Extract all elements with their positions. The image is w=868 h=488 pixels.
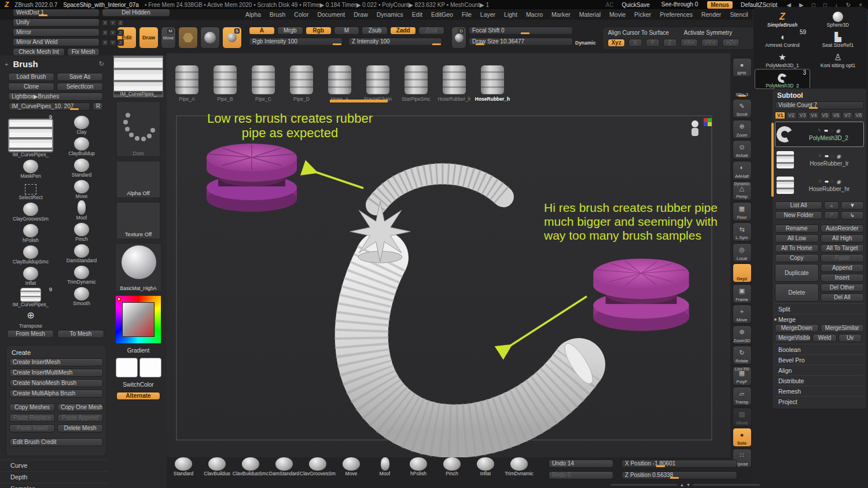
insert-mesh-variant[interactable]: HoseRubber_h: [473, 54, 512, 104]
menu-item[interactable]: Macro: [526, 11, 543, 18]
menu-item[interactable]: Picker: [634, 11, 651, 18]
shelf-button[interactable]: ⊕ Zoom3D: [733, 325, 752, 344]
current-texture-selector[interactable]: Texture Off: [116, 202, 160, 239]
tray-brush[interactable]: Moof: [368, 457, 402, 479]
unify-axes[interactable]: XYZ: [102, 20, 124, 26]
low-res-rubber-pipe-model[interactable]: [207, 144, 297, 212]
shelf-button[interactable]: ▣ Frame: [733, 284, 752, 303]
brush-thumbnail[interactable]: Pinch: [58, 221, 105, 242]
lightbox-brushes-button[interactable]: Lightbox▶Brushes: [8, 93, 103, 101]
brush-thumbnail[interactable]: ⊕ Transpose: [7, 307, 54, 329]
switch-color-button[interactable]: SwitchColor: [123, 381, 153, 388]
axis-toggle[interactable]: Z: [117, 39, 124, 46]
symmetry-axis-toggle[interactable]: >Y<: [701, 39, 719, 47]
unify-button[interactable]: Unify: [13, 19, 100, 27]
current-stroke-selector[interactable]: Dots: [116, 101, 160, 157]
visibility-tab[interactable]: V3: [797, 112, 808, 119]
symmetry-axis-toggle[interactable]: Z: [663, 39, 677, 47]
camera-widget[interactable]: [692, 118, 712, 136]
delete-mesh-button[interactable]: Delete Mesh: [57, 424, 103, 432]
axis-toggle[interactable]: Y: [109, 30, 116, 36]
current-material-selector[interactable]: BasicMat_HighA: [115, 243, 161, 292]
welddist-slider[interactable]: WeldDist 1: [13, 9, 100, 17]
to-mesh-button[interactable]: To Mesh: [57, 330, 104, 338]
focal-shift-slider[interactable]: Focal Shift 0: [469, 27, 573, 35]
r-button[interactable]: R: [93, 102, 103, 111]
shelf-button[interactable]: Line Fill ▦ PolyF: [733, 366, 752, 386]
tray-brush[interactable]: Pinch: [435, 457, 469, 479]
brush-thumbnail[interactable]: Move: [58, 178, 105, 199]
del-other-button[interactable]: Del Other: [821, 284, 865, 292]
insert-mesh-variant[interactable]: Pipe_D: [282, 54, 321, 104]
tray-brush[interactable]: Inflat: [469, 457, 502, 479]
insert-mesh-variant[interactable]: HoseRubber_lr: [435, 54, 473, 104]
toggle-pill-icon[interactable]: ●●: [825, 153, 828, 159]
channel-toggle[interactable]: Mrgb: [277, 27, 303, 35]
draw-size-slider[interactable]: Draw Size 10.36477: [469, 38, 573, 46]
remesh-section-header[interactable]: Remesh: [775, 386, 864, 396]
shelf-button[interactable]: Gxyz: [733, 263, 752, 282]
tool-slot[interactable]: 59 ◖ Armrest Control: [755, 28, 810, 49]
tool-slot[interactable]: ▙ Seat SizeRef1: [810, 28, 866, 49]
duplicate-button[interactable]: Duplicate: [775, 264, 819, 282]
boolean-section-header[interactable]: Boolean: [775, 344, 864, 354]
menu-item[interactable]: Document: [317, 11, 345, 18]
axis-toggle[interactable]: Z: [117, 30, 124, 36]
brush-thumbnail[interactable]: 9 IM_CurvePipes_: [7, 113, 54, 157]
paste-append-button[interactable]: Paste Append: [57, 414, 103, 422]
channel-toggle[interactable]: M: [334, 27, 360, 35]
select-icon-button[interactable]: SelectIcon: [57, 83, 103, 91]
subtool-row[interactable]: ✎ ●● □ ◉ HoseRubber_lr: [775, 147, 864, 173]
channel-toggle[interactable]: Zcut: [418, 27, 444, 35]
mirror-axes[interactable]: XYZ: [102, 30, 124, 36]
tray-brush[interactable]: Move: [334, 457, 368, 479]
check-mesh-button[interactable]: Check Mesh Int: [13, 48, 65, 56]
axis-toggle[interactable]: Y: [109, 20, 116, 26]
create-brush-button[interactable]: Create InsertMultiMesh: [9, 369, 103, 377]
palette-section-header[interactable]: Curve: [0, 460, 108, 471]
append-button[interactable]: Append: [821, 264, 865, 272]
polypaint-icon[interactable]: ✎: [818, 153, 822, 159]
eye-icon[interactable]: ◉: [836, 153, 841, 159]
brush-thumbnail[interactable]: ClayGroovesSm: [7, 200, 54, 222]
menu-item[interactable]: Marker: [551, 11, 571, 18]
paste-button[interactable]: Paste: [821, 254, 865, 262]
brush-thumbnail[interactable]: Smooth: [58, 285, 105, 306]
shelf-button[interactable]: ⇆ L.Sym: [733, 222, 752, 241]
clone-button[interactable]: Clone: [8, 83, 54, 91]
shelf-button[interactable]: ↻ Rotate: [733, 346, 752, 365]
visibility-tab[interactable]: V8: [854, 112, 864, 119]
insert-button[interactable]: Insert: [821, 274, 865, 282]
subtool-row[interactable]: ✎ ●● □ ◉ HoseRubber_hr: [775, 173, 864, 198]
quicksave-button[interactable]: QuickSave: [619, 2, 652, 8]
list-all-button[interactable]: List All: [775, 201, 822, 210]
menu-item[interactable]: Draw: [354, 11, 368, 18]
menu-item[interactable]: Preferences: [660, 11, 693, 18]
paste-replace-button[interactable]: Paste Replace: [9, 414, 55, 422]
main-color-swatch[interactable]: [116, 358, 138, 377]
delete-button[interactable]: Delete: [775, 284, 819, 302]
menu-item[interactable]: Dynamics: [377, 11, 403, 18]
tray-brush[interactable]: hPolish: [402, 457, 435, 479]
z-position-slider[interactable]: Z Position 0.56338: [621, 471, 737, 479]
menu-item[interactable]: Material: [579, 11, 601, 18]
subtool-up-button[interactable]: ▲: [824, 201, 839, 210]
axis-toggle[interactable]: Z: [117, 20, 124, 26]
menu-item[interactable]: EditGeo: [431, 11, 453, 18]
symmetry-axis-toggle[interactable]: Y: [646, 39, 660, 47]
brush-thumbnail[interactable]: SelectRect: [7, 179, 54, 200]
palette-drag-icon[interactable]: +: [5, 61, 8, 68]
current-brush-button[interactable]: S: [222, 27, 242, 49]
project-section-header[interactable]: Project: [775, 396, 864, 406]
shelf-button[interactable]: ⊕ Zoom: [733, 120, 752, 139]
shelf-button[interactable]: ● Solo: [733, 428, 752, 447]
polypaint-icon[interactable]: ✎: [817, 128, 821, 133]
create-brush-button[interactable]: Create InsertMesh: [9, 358, 103, 366]
axis-toggle[interactable]: X: [102, 39, 108, 46]
insert-mesh-variant[interactable]: FractalChain: [359, 54, 397, 104]
uv-icon[interactable]: □: [830, 128, 833, 133]
load-brush-button[interactable]: Load Brush: [8, 73, 54, 81]
symmetry-axis-toggle[interactable]: >X<: [681, 39, 698, 47]
insert-mesh-variant[interactable]: Hose_A: [321, 54, 359, 104]
tool-slot[interactable]: 3 PolyMesh3D_2: [755, 69, 810, 89]
